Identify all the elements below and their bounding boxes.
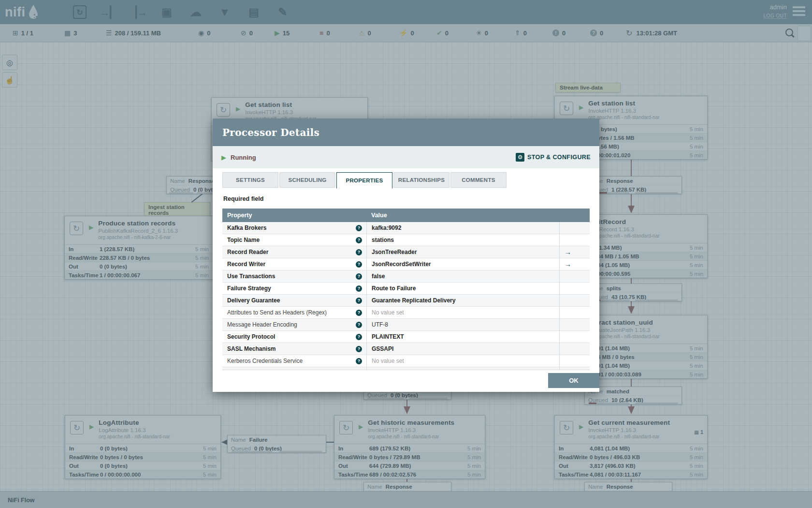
property-name-cell: Record Writer ?: [222, 258, 366, 270]
property-name-cell: Security Protocol ?: [222, 331, 366, 343]
property-name-cell: Topic Name ?: [222, 234, 366, 246]
property-row[interactable]: Use Transactions ? false →: [222, 270, 590, 283]
property-value-cell[interactable]: false: [366, 270, 559, 282]
property-value-cell[interactable]: GSSAPI: [366, 343, 559, 355]
property-row[interactable]: Delivery Guarantee ? Guarantee Replicate…: [222, 295, 590, 307]
property-extra-cell: →: [559, 295, 590, 306]
value-column-header: Value: [366, 212, 559, 219]
tab-settings[interactable]: SETTINGS: [222, 172, 278, 188]
property-extra-cell: →: [559, 331, 590, 343]
property-extra-cell: →: [559, 367, 590, 370]
property-value-cell[interactable]: JsonRecordSetWriter: [366, 258, 559, 270]
go-to-service-icon[interactable]: →: [565, 248, 571, 256]
properties-table: Property Value Kafka Brokers ? kafka:909…: [222, 209, 590, 370]
help-icon[interactable]: ?: [356, 273, 362, 280]
go-to-service-icon[interactable]: →: [565, 260, 571, 268]
property-value-cell[interactable]: kafka:9092: [366, 222, 559, 234]
property-name-cell: Kerberos User Service ?: [222, 367, 366, 370]
processor-details-dialog: Processor Details ▶ Running ⚙ STOP & CON…: [213, 119, 599, 392]
help-icon[interactable]: ?: [356, 358, 362, 364]
property-row[interactable]: Kerberos User Service ? No value set →: [222, 367, 590, 370]
properties-table-header: Property Value: [222, 209, 590, 222]
property-name-cell: Kerberos Credentials Service ?: [222, 355, 366, 367]
gear-icon: ⚙: [516, 153, 524, 162]
help-icon[interactable]: ?: [356, 334, 362, 340]
help-icon[interactable]: ?: [356, 261, 362, 268]
help-icon[interactable]: ?: [356, 237, 362, 243]
property-value-cell[interactable]: No value set: [366, 367, 559, 370]
nifi-app: nifi ↻ →▏ ▕→ ▣ ☁ ▼ ▤ ✎ admin LOG OUT: [0, 0, 812, 508]
property-value-cell[interactable]: JsonTreeReader: [366, 246, 559, 258]
property-extra-cell: →: [559, 222, 590, 234]
property-row[interactable]: Security Protocol ? PLAINTEXT →: [222, 331, 590, 343]
property-value-cell[interactable]: Route to Failure: [366, 283, 559, 294]
help-icon[interactable]: ?: [356, 346, 362, 352]
dialog-tabs: SETTINGS SCHEDULING PROPERTIES RELATIONS…: [222, 172, 599, 188]
property-row[interactable]: Topic Name ? stations →: [222, 234, 590, 246]
property-extra-cell: →: [559, 258, 590, 270]
property-value-cell[interactable]: PLAINTEXT: [366, 331, 559, 343]
property-extra-cell: →: [559, 307, 590, 318]
property-extra-cell: →: [559, 283, 590, 294]
dialog-title: Processor Details: [222, 127, 319, 138]
property-extra-cell: →: [559, 246, 590, 258]
property-row[interactable]: Attributes to Send as Headers (Regex) ? …: [222, 307, 590, 319]
property-extra-cell: →: [559, 355, 590, 367]
property-name-cell: Failure Strategy ?: [222, 283, 366, 294]
property-name-cell: Use Transactions ?: [222, 270, 366, 282]
required-field-note: Required field: [223, 195, 599, 202]
property-value-cell[interactable]: No value set: [366, 355, 559, 367]
property-name-cell: Attributes to Send as Headers (Regex) ?: [222, 307, 366, 318]
help-icon[interactable]: ?: [356, 249, 362, 255]
help-icon[interactable]: ?: [356, 370, 362, 371]
property-name-cell: Message Header Encoding ?: [222, 319, 366, 330]
property-value-cell[interactable]: Guarantee Replicated Delivery: [366, 295, 559, 306]
help-icon[interactable]: ?: [356, 310, 362, 316]
property-row[interactable]: Record Reader ? JsonTreeReader →: [222, 246, 590, 258]
property-row[interactable]: Message Header Encoding ? UTF-8 →: [222, 319, 590, 331]
run-status-label: Running: [231, 154, 256, 161]
tab-properties[interactable]: PROPERTIES: [336, 172, 392, 189]
help-icon[interactable]: ?: [356, 285, 362, 292]
property-value-cell[interactable]: UTF-8: [366, 319, 559, 330]
tab-scheduling[interactable]: SCHEDULING: [279, 172, 335, 188]
property-name-cell: Record Reader ?: [222, 246, 366, 258]
property-extra-cell: →: [559, 343, 590, 355]
tab-relationships[interactable]: RELATIONSHIPS: [393, 172, 450, 188]
property-extra-cell: →: [559, 270, 590, 282]
dialog-header: Processor Details: [213, 119, 599, 146]
property-row[interactable]: Record Writer ? JsonRecordSetWriter →: [222, 258, 590, 270]
stop-and-configure-button[interactable]: ⚙ STOP & CONFIGURE: [516, 153, 591, 162]
tab-comments[interactable]: COMMENTS: [450, 172, 507, 188]
property-row[interactable]: SASL Mechanism ? GSSAPI →: [222, 343, 590, 355]
property-name-cell: Delivery Guarantee ?: [222, 295, 366, 306]
dialog-status-row: ▶ Running ⚙ STOP & CONFIGURE: [213, 146, 599, 168]
property-extra-cell: →: [559, 234, 590, 246]
running-status-icon: ▶: [221, 154, 226, 161]
help-icon[interactable]: ?: [356, 322, 362, 328]
property-value-cell[interactable]: No value set: [366, 307, 559, 318]
ok-button[interactable]: OK: [548, 373, 599, 388]
property-value-cell[interactable]: stations: [366, 234, 559, 246]
property-column-header: Property: [222, 212, 366, 219]
property-row[interactable]: Kerberos Credentials Service ? No value …: [222, 355, 590, 367]
help-icon[interactable]: ?: [356, 225, 362, 231]
property-row[interactable]: Failure Strategy ? Route to Failure →: [222, 283, 590, 295]
property-name-cell: Kafka Brokers ?: [222, 222, 366, 234]
property-row[interactable]: Kafka Brokers ? kafka:9092 →: [222, 222, 590, 234]
help-icon[interactable]: ?: [356, 298, 362, 304]
property-extra-cell: →: [559, 319, 590, 330]
property-name-cell: SASL Mechanism ?: [222, 343, 366, 355]
